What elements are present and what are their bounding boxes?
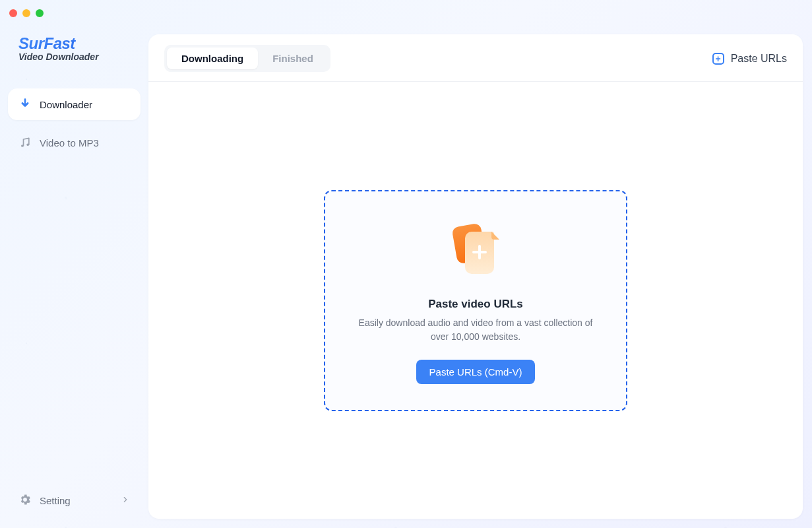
plus-square-icon: + [712,53,724,65]
content-area: Paste video URLs Easily download audio a… [148,82,803,519]
paste-file-icon [443,217,509,286]
tab-downloading[interactable]: Downloading [167,48,258,69]
app-brand: SurFast Video Downloader [0,34,148,62]
paste-dropzone[interactable]: Paste video URLs Easily download audio a… [324,190,627,411]
music-note-icon [18,136,32,149]
sidebar-item-label: Downloader [40,99,92,110]
svg-point-1 [26,144,29,147]
sidebar-item-setting[interactable]: Setting [8,486,141,515]
brand-title: SurFast [18,34,148,53]
paste-urls-top-button[interactable]: + Paste URLs [712,53,787,65]
sidebar: SurFast Video Downloader Downloader [0,0,148,528]
chevron-right-icon [121,495,130,506]
tab-finished[interactable]: Finished [258,48,328,69]
dropzone-title: Paste video URLs [428,298,523,311]
sidebar-nav: Downloader Video to MP3 [0,88,148,158]
sidebar-item-label: Video to MP3 [40,137,99,148]
paste-urls-label: Paste URLs [731,53,787,65]
sidebar-item-label: Setting [40,495,71,506]
main-panel: Downloading Finished + Paste URLs [148,34,803,519]
tab-group: Downloading Finished [164,45,330,72]
download-arrow-icon [18,98,32,111]
sidebar-item-video-to-mp3[interactable]: Video to MP3 [8,127,141,158]
sidebar-item-downloader[interactable]: Downloader [8,88,141,120]
brand-subtitle: Video Downloader [18,51,148,62]
dropzone-subtitle: Easily download audio and video from a v… [357,316,594,344]
top-bar: Downloading Finished + Paste URLs [148,34,803,82]
gear-icon [18,493,32,508]
svg-point-0 [21,145,24,147]
paste-urls-button[interactable]: Paste URLs (Cmd-V) [416,360,536,384]
